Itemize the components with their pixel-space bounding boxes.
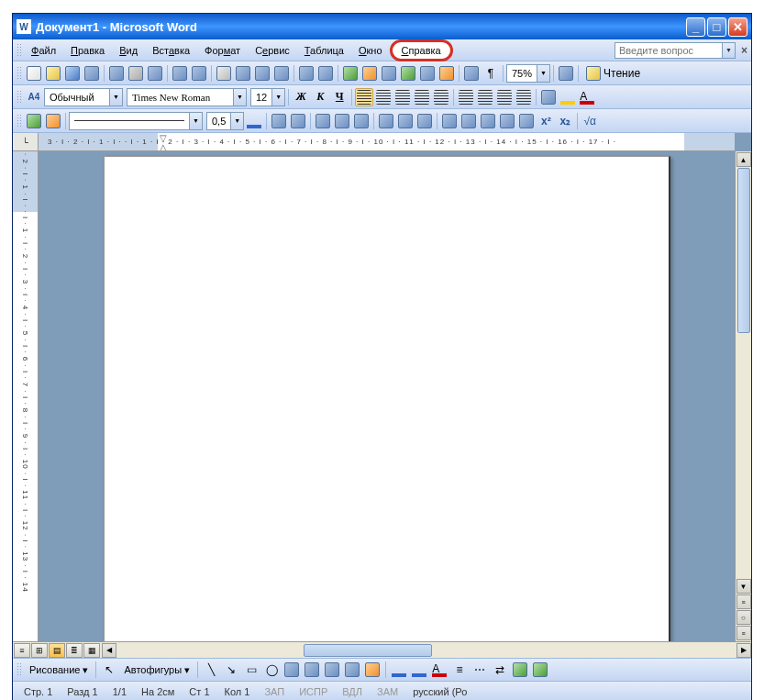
sort-asc-button[interactable] (479, 112, 497, 130)
permissions-button[interactable] (83, 64, 101, 83)
scroll-thumb[interactable] (737, 168, 750, 333)
menu-окно[interactable]: Окно (351, 42, 390, 59)
redo-button[interactable] (316, 64, 335, 83)
hyperlink-button[interactable] (341, 64, 360, 83)
wordart-button[interactable] (303, 661, 321, 679)
toolbar-grip[interactable] (17, 114, 22, 128)
outline-view-button[interactable]: ≣ (66, 643, 83, 658)
menu-сервис[interactable]: Сервис (248, 42, 297, 59)
arrow-tool-button[interactable]: ↘ (222, 661, 240, 679)
toolbar-grip[interactable] (17, 66, 22, 81)
status-indicator-зап[interactable]: ЗАП (259, 686, 290, 697)
scroll-down-button[interactable]: ▼ (736, 579, 751, 594)
close-doc-button[interactable]: × (741, 44, 747, 57)
undo-button[interactable] (297, 64, 316, 83)
clipart-button[interactable] (343, 661, 361, 679)
status-language[interactable]: русский (Ро (407, 686, 472, 697)
italic-button[interactable]: К (311, 88, 329, 106)
zoom-combo[interactable]: 75% ▼ (506, 64, 550, 83)
ruler-corner[interactable]: └ (13, 133, 39, 151)
print-button[interactable] (127, 64, 145, 83)
draw-table-button[interactable] (25, 112, 43, 130)
3d-button[interactable] (531, 661, 549, 679)
style-combo[interactable]: Обычный ▼ (44, 88, 123, 106)
shadow-button[interactable] (511, 661, 529, 679)
merge-cells-button[interactable] (333, 112, 351, 130)
align-cell-button[interactable] (377, 112, 395, 130)
arrow-style-button[interactable]: ⇄ (491, 661, 509, 679)
align-right-button[interactable] (393, 88, 412, 106)
drawing-button[interactable] (437, 64, 456, 83)
font-color-button[interactable]: A (430, 661, 448, 679)
shading-color-button[interactable] (289, 112, 307, 130)
bullets-button[interactable] (476, 88, 494, 106)
new-button[interactable] (25, 64, 43, 83)
reading-view-button[interactable]: ▦ (83, 643, 100, 658)
rectangle-tool-button[interactable]: ▭ (242, 661, 260, 679)
font-color-button[interactable]: A (578, 88, 596, 106)
minimize-button[interactable]: _ (686, 17, 705, 37)
vertical-ruler[interactable]: · 2 · I · 1 · I · · I · 1 · I · 2 · I · … (13, 151, 39, 641)
line-color-button[interactable] (410, 661, 428, 679)
insert-table-button[interactable] (314, 112, 332, 130)
textbox-button[interactable] (282, 661, 301, 679)
web-view-button[interactable]: ⊞ (31, 643, 48, 658)
menu-вставка[interactable]: Вставка (145, 42, 197, 59)
oval-tool-button[interactable]: ◯ (262, 661, 281, 679)
status-indicator-испр[interactable]: ИСПР (293, 686, 333, 697)
paste-button[interactable] (253, 64, 271, 83)
autoshapes-menu[interactable]: Автофигуры ▾ (120, 662, 194, 678)
browse-object-button[interactable]: ○ (736, 610, 751, 625)
line-style-combo[interactable]: ▼ (69, 112, 203, 130)
eraser-button[interactable] (44, 112, 62, 130)
superscript-button[interactable]: x² (537, 112, 555, 130)
styles-button[interactable]: A4 (25, 88, 43, 106)
browse-next-button[interactable]: ≡ (736, 626, 751, 640)
autosum-button[interactable] (517, 112, 536, 130)
format-painter-button[interactable] (272, 64, 291, 83)
decrease-indent-button[interactable] (495, 88, 514, 106)
status-indicator-зам[interactable]: ЗАМ (371, 686, 404, 697)
tables-borders-button[interactable] (360, 64, 379, 83)
menu-таблица[interactable]: Таблица (297, 42, 351, 59)
distribute-cols-button[interactable] (415, 112, 434, 130)
mail-button[interactable] (107, 64, 126, 83)
copy-button[interactable] (234, 64, 252, 83)
highlight-button[interactable] (559, 88, 577, 106)
close-button[interactable]: ✕ (728, 17, 747, 37)
show-all-button[interactable]: ¶ (482, 64, 500, 83)
text-direction-button[interactable] (460, 112, 478, 130)
scroll-up-button[interactable]: ▲ (736, 152, 751, 167)
dash-style-button[interactable]: ⋯ (471, 661, 489, 679)
document-page[interactable] (104, 156, 670, 641)
scroll-left-button[interactable]: ◀ (102, 643, 116, 658)
outside-border-button[interactable] (539, 88, 558, 106)
print-layout-view-button[interactable]: ▤ (49, 643, 65, 658)
diagram-button[interactable] (323, 661, 341, 679)
insert-table-button[interactable] (380, 64, 398, 83)
toolbar-grip[interactable] (17, 90, 22, 105)
border-color-button[interactable] (245, 112, 263, 130)
bold-button[interactable]: Ж (292, 88, 310, 106)
maximize-button[interactable]: □ (707, 17, 726, 37)
toolbar-grip[interactable] (17, 43, 22, 58)
font-combo[interactable]: Times New Roman ▼ (127, 88, 247, 106)
hscroll-thumb[interactable] (304, 644, 432, 657)
font-size-combo[interactable]: 12 ▼ (250, 88, 285, 106)
insert-excel-button[interactable] (399, 64, 417, 83)
menu-правка[interactable]: Правка (63, 42, 112, 59)
columns-button[interactable] (418, 64, 437, 83)
horizontal-ruler[interactable]: 3 · I · 2 · I · 1 · I · · I · 1 · I · 2 … (39, 133, 735, 151)
line-weight-combo[interactable]: 0,5 ▼ (206, 112, 244, 130)
browse-prev-button[interactable]: ≡ (736, 594, 751, 609)
picture-button[interactable] (363, 661, 382, 679)
line-style-button[interactable]: ≡ (450, 661, 469, 679)
subscript-button[interactable]: x₂ (556, 112, 574, 130)
save-button[interactable] (63, 64, 82, 83)
align-center-button[interactable] (374, 88, 393, 106)
autoformat-button[interactable] (440, 112, 459, 130)
menu-формат[interactable]: Формат (197, 42, 248, 59)
open-button[interactable] (44, 64, 62, 83)
outside-border-button[interactable] (270, 112, 288, 130)
cut-button[interactable] (215, 64, 233, 83)
